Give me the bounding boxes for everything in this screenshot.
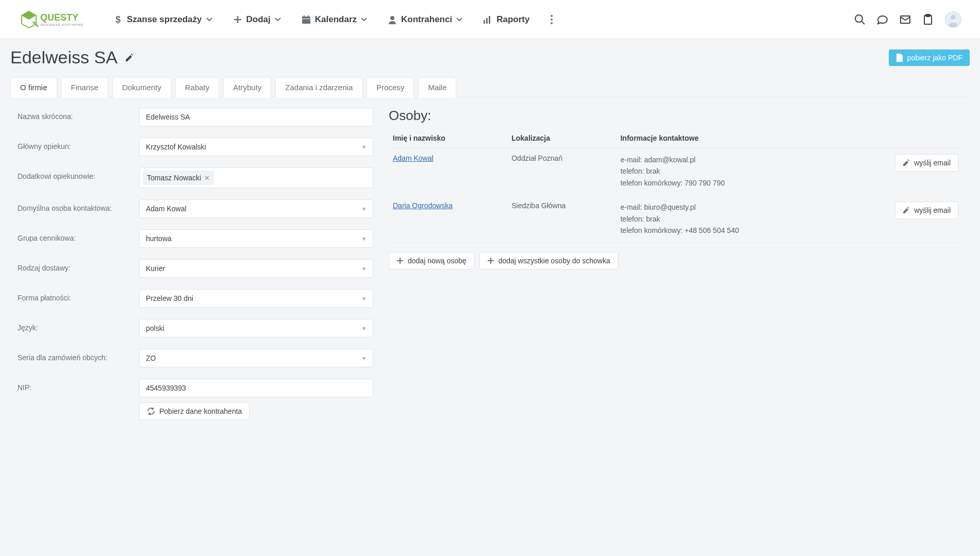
person-mobile: telefon komórkowy: 790 790 790 bbox=[620, 177, 833, 189]
svg-point-18 bbox=[951, 14, 955, 19]
svg-point-11 bbox=[551, 15, 553, 17]
table-row: Daria Ogrodowska Siedziba Główna e-mail:… bbox=[389, 195, 962, 243]
delivery-type-label: Rodzaj dostawy: bbox=[18, 259, 131, 272]
chevron-down-icon: ▼ bbox=[361, 326, 367, 331]
tab-tasks[interactable]: Zadania i zdarzenia bbox=[275, 77, 362, 97]
plus-icon bbox=[233, 15, 242, 24]
nip-input[interactable] bbox=[139, 379, 373, 397]
person-phone: telefon: brak bbox=[620, 213, 833, 225]
send-email-button[interactable]: wyślij email bbox=[895, 201, 958, 219]
tab-mails[interactable]: Maile bbox=[418, 77, 456, 97]
svg-text:$: $ bbox=[115, 14, 121, 25]
tab-finance[interactable]: Finanse bbox=[61, 77, 108, 97]
select-value: polski bbox=[146, 324, 164, 332]
tab-processes[interactable]: Procesy bbox=[367, 77, 414, 97]
user-icon bbox=[388, 15, 397, 24]
extra-caretakers-label: Dodatkowi opiekunowie: bbox=[18, 167, 131, 180]
person-location: Oddział Poznań bbox=[507, 148, 616, 195]
clipboard-icon[interactable] bbox=[922, 14, 934, 25]
nav-label: Kalendarz bbox=[315, 14, 357, 25]
chat-icon[interactable] bbox=[877, 14, 888, 25]
short-name-label: Nazwa skrócona: bbox=[18, 108, 131, 121]
svg-point-14 bbox=[855, 15, 862, 22]
main-caretaker-select[interactable]: Krzysztof Kowalski ▼ bbox=[139, 138, 373, 156]
chevron-down-icon: ▼ bbox=[361, 356, 367, 361]
tab-discounts[interactable]: Rabaty bbox=[175, 77, 220, 97]
persons-table: Imię i nazwisko Lokalizacja Informacje k… bbox=[389, 129, 962, 243]
calendar-icon bbox=[302, 15, 311, 24]
svg-rect-5 bbox=[304, 15, 305, 18]
refresh-icon bbox=[147, 407, 155, 415]
nav-calendar[interactable]: Kalendarz bbox=[302, 14, 367, 25]
avatar[interactable] bbox=[945, 11, 961, 28]
tab-documents[interactable]: Dokumenty bbox=[112, 77, 171, 97]
mail-icon[interactable] bbox=[900, 14, 911, 25]
payment-form-select[interactable]: Przelew 30 dni ▼ bbox=[139, 289, 373, 308]
nav-add[interactable]: Dodaj bbox=[233, 14, 281, 25]
extra-caretakers-input[interactable]: Tomasz Nowacki ✕ bbox=[139, 167, 373, 188]
nav-reports[interactable]: Raporty bbox=[483, 14, 529, 25]
logo[interactable]: QUESTY BUSINESS SOFTWARE bbox=[19, 9, 96, 30]
short-name-input[interactable] bbox=[139, 108, 373, 126]
price-group-label: Grupa cennikowa: bbox=[18, 229, 131, 242]
chevron-down-icon: ▼ bbox=[361, 266, 367, 272]
select-value: ZO bbox=[146, 354, 156, 362]
svg-point-7 bbox=[390, 16, 394, 20]
series-select[interactable]: ZO ▼ bbox=[139, 349, 373, 367]
nav-sales-chances[interactable]: $ Szanse sprzedaży bbox=[114, 14, 212, 25]
person-email: e-mail: adam@kowal.pl bbox=[620, 154, 833, 165]
svg-text:BUSINESS SOFTWARE: BUSINESS SOFTWARE bbox=[41, 23, 84, 26]
button-label: wyślij email bbox=[914, 159, 951, 167]
more-vertical-icon bbox=[550, 14, 553, 25]
tabs: O firmie Finanse Dokumenty Rabaty Atrybu… bbox=[10, 77, 970, 97]
dollar-icon: $ bbox=[114, 14, 123, 25]
select-value: Krzysztof Kowalski bbox=[146, 143, 206, 151]
person-link[interactable]: Adam Kowal bbox=[393, 154, 434, 162]
person-mobile: telefon komórkowy: +48 506 504 540 bbox=[620, 225, 833, 236]
caretaker-tag: Tomasz Nowacki ✕ bbox=[143, 171, 214, 185]
button-label: Pobierz dane kontrahenta bbox=[159, 407, 242, 415]
download-pdf-button[interactable]: pobierz jako PDF bbox=[889, 49, 970, 66]
search-icon[interactable] bbox=[854, 14, 866, 25]
delivery-type-select[interactable]: Kurier ▼ bbox=[139, 259, 373, 278]
nav-more[interactable] bbox=[550, 14, 553, 25]
svg-rect-4 bbox=[302, 19, 310, 19]
nav-label: Szanse sprzedaży bbox=[127, 14, 202, 25]
fetch-contractor-button[interactable]: Pobierz dane kontrahenta bbox=[139, 402, 250, 420]
tag-label: Tomasz Nowacki bbox=[147, 174, 201, 182]
col-contact: Informacje kontaktowe bbox=[616, 129, 837, 148]
close-icon[interactable]: ✕ bbox=[204, 174, 210, 182]
tab-attributes[interactable]: Atrybuty bbox=[223, 77, 271, 97]
plus-icon bbox=[396, 257, 404, 264]
chevron-down-icon: ▼ bbox=[361, 236, 367, 242]
col-name: Imię i nazwisko bbox=[389, 129, 507, 148]
file-icon bbox=[896, 54, 903, 62]
send-email-button[interactable]: wyślij email bbox=[895, 154, 958, 172]
plus-icon bbox=[487, 257, 494, 264]
person-email: e-mail: biuro@questy.pl bbox=[620, 201, 833, 213]
chevron-down-icon: ▼ bbox=[361, 206, 367, 212]
svg-rect-6 bbox=[308, 15, 309, 18]
select-value: hurtowa bbox=[146, 234, 172, 243]
person-link[interactable]: Daria Ogrodowska bbox=[393, 201, 453, 210]
button-label: wyślij email bbox=[914, 206, 951, 214]
button-label: dodaj wszystkie osoby do schowka bbox=[499, 257, 610, 265]
bar-chart-icon bbox=[483, 15, 492, 24]
svg-rect-8 bbox=[484, 20, 485, 24]
page-header: Edelweiss SA pobierz jako PDF bbox=[10, 47, 970, 68]
svg-rect-9 bbox=[486, 18, 488, 24]
page-title: Edelweiss SA bbox=[10, 47, 118, 68]
select-value: Przelew 30 dni bbox=[146, 294, 193, 302]
price-group-select[interactable]: hurtowa ▼ bbox=[139, 229, 373, 248]
select-value: Adam Kowal bbox=[146, 205, 187, 213]
nav-contractors[interactable]: Kontrahenci bbox=[388, 14, 462, 25]
default-contact-select[interactable]: Adam Kowal ▼ bbox=[139, 199, 373, 218]
tab-about[interactable]: O firmie bbox=[10, 77, 57, 97]
edit-icon[interactable] bbox=[125, 53, 134, 62]
add-all-persons-button[interactable]: dodaj wszystkie osoby do schowka bbox=[479, 252, 618, 269]
add-person-button[interactable]: dodaj nową osobę bbox=[389, 252, 474, 269]
chevron-down-icon bbox=[275, 18, 281, 22]
person-phone: telefon: brak bbox=[620, 165, 833, 177]
language-select[interactable]: polski ▼ bbox=[139, 319, 373, 338]
table-row: Adam Kowal Oddział Poznań e-mail: adam@k… bbox=[389, 148, 962, 195]
